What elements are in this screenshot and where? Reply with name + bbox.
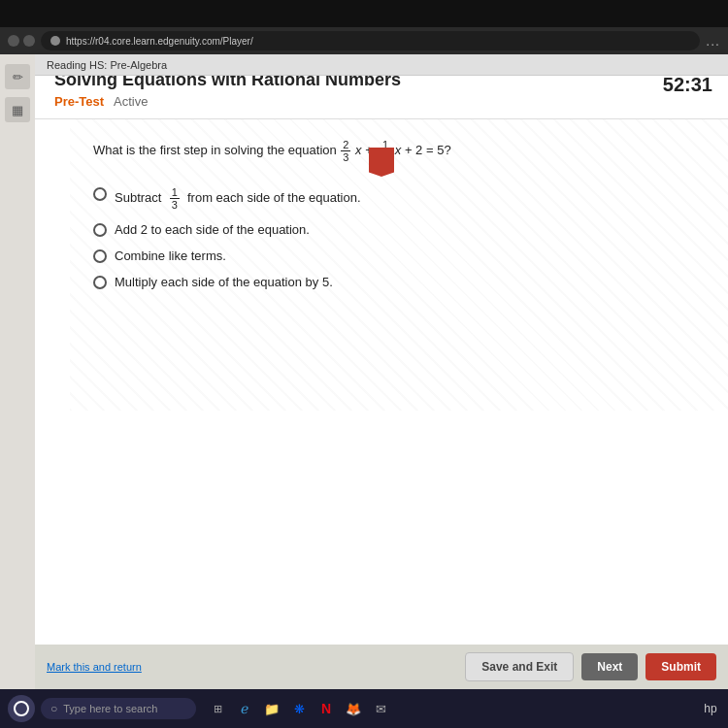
- taskbar-dropbox-icon[interactable]: ❋: [287, 697, 311, 720]
- option-a-text: Subtract 1 3 from each side of the equat…: [115, 186, 361, 211]
- options-list: Subtract 1 3 from each side of the equat…: [93, 186, 705, 289]
- option-c-radio[interactable]: [93, 249, 107, 263]
- option-d-text: Multiply each side of the equation by 5.: [115, 275, 333, 289]
- timer-value: 52:31: [633, 74, 712, 96]
- active-label: Active: [114, 94, 148, 109]
- taskbar-edge-icon[interactable]: ℯ: [233, 697, 256, 720]
- option-a[interactable]: Subtract 1 3 from each side of the equat…: [93, 186, 705, 211]
- submit-button[interactable]: Submit: [645, 653, 716, 680]
- taskbar-hp-icon: hp: [701, 699, 720, 718]
- start-button[interactable]: [8, 695, 35, 722]
- calculator-tool[interactable]: ▦: [5, 97, 30, 122]
- mark-return-link[interactable]: Mark this and return: [47, 661, 142, 673]
- browser-bar: https://r04.core.learn.edgenuity.com/Pla…: [0, 27, 728, 54]
- next-button[interactable]: Next: [581, 653, 638, 680]
- taskbar-search[interactable]: ○ Type here to search: [41, 698, 196, 719]
- browser-nav-icons: [8, 35, 35, 47]
- fraction-2-3: 2 3: [341, 139, 350, 163]
- option-d-radio[interactable]: [93, 276, 107, 289]
- taskbar-search-icon: ○: [50, 702, 57, 715]
- content-card: Solving Equations with Rational Numbers …: [35, 54, 728, 689]
- option-c[interactable]: Combine like terms.: [93, 248, 705, 263]
- taskbar-mail-icon[interactable]: ✉: [369, 697, 392, 720]
- equation-display: 2 3 x + 1 3 x + 2 = 5?: [340, 143, 450, 157]
- option-b-text: Add 2 to each side of the equation.: [115, 222, 310, 237]
- fraction-option-a: 1 3: [170, 186, 180, 211]
- option-b[interactable]: Add 2 to each side of the equation.: [93, 222, 705, 237]
- taskbar-view-icon[interactable]: ⊞: [206, 697, 229, 720]
- pencil-tool[interactable]: ✏: [5, 64, 30, 89]
- taskbar-files-icon[interactable]: 📁: [260, 697, 283, 720]
- option-a-radio[interactable]: [93, 187, 107, 201]
- question-prefix: What is the first step in solving the eq…: [93, 143, 340, 157]
- browser-back-icon[interactable]: [8, 35, 19, 47]
- option-c-text: Combine like terms.: [115, 248, 226, 263]
- taskbar-firefox-icon[interactable]: 🦊: [342, 697, 365, 720]
- breadcrumb-text: Reading HS: Pre-Algebra: [47, 59, 167, 71]
- breadcrumb-bar: Reading HS: Pre-Algebra: [35, 54, 728, 76]
- taskbar-netflix-icon[interactable]: N: [314, 697, 338, 720]
- option-d[interactable]: Multiply each side of the equation by 5.: [93, 275, 705, 289]
- lock-icon: [50, 36, 60, 46]
- save-exit-button[interactable]: Save and Exit: [465, 652, 574, 681]
- taskbar: ○ Type here to search ⊞ ℯ 📁 ❋ N 🦊 ✉ hp: [0, 689, 728, 728]
- question-area: What is the first step in solving the eq…: [70, 119, 728, 411]
- url-text: https://r04.core.learn.edgenuity.com/Pla…: [66, 36, 253, 47]
- bottom-bar: Mark this and return Save and Exit Next …: [35, 645, 728, 689]
- left-sidebar: ✏ ▦: [0, 54, 35, 689]
- browser-menu-dots[interactable]: ...: [706, 33, 720, 49]
- browser-forward-icon[interactable]: [23, 35, 35, 47]
- pretest-label: Pre-Test: [54, 94, 104, 109]
- subtitle-row: Pre-Test Active: [54, 94, 709, 109]
- address-bar[interactable]: https://r04.core.learn.edgenuity.com/Pla…: [41, 31, 700, 50]
- bookmark-icon[interactable]: [369, 148, 394, 177]
- taskbar-search-text: Type here to search: [63, 703, 157, 714]
- option-b-radio[interactable]: [93, 223, 107, 237]
- question-text: What is the first step in solving the eq…: [93, 139, 705, 163]
- taskbar-right: hp: [701, 699, 720, 718]
- taskbar-app-icons: ⊞ ℯ 📁 ❋ N 🦊 ✉: [206, 697, 392, 720]
- button-group: Save and Exit Next Submit: [465, 652, 716, 681]
